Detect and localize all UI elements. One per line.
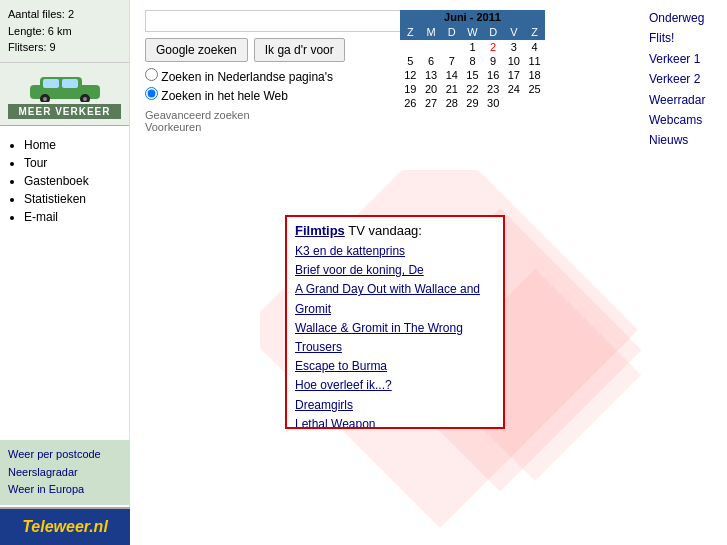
right-sidebar: Onderweg Flits! Verkeer 1 Verkeer 2 Weer… bbox=[645, 0, 727, 545]
cal-header-z1: Z bbox=[400, 24, 421, 40]
film-item[interactable]: Lethal Weapon bbox=[295, 415, 495, 427]
teleweer-logo[interactable]: Teleweer.nl bbox=[0, 507, 130, 545]
bottom-links: Weer per postcode Neerslagradar Weer in … bbox=[0, 440, 130, 505]
neerslagradar-link[interactable]: Neerslagradar bbox=[8, 464, 122, 482]
svg-point-7 bbox=[83, 97, 87, 101]
svg-rect-3 bbox=[62, 79, 78, 88]
cal-header-z2: Z bbox=[524, 24, 545, 40]
traffic-info: Aantal files: 2 Lengte: 6 km Flitsers: 9 bbox=[0, 0, 129, 63]
cal-row-3: 12 13 14 15 16 17 18 bbox=[400, 68, 545, 82]
nav-item-tour[interactable]: Tour bbox=[24, 156, 121, 170]
weer-postcode-link[interactable]: Weer per postcode bbox=[8, 446, 122, 464]
cal-header-m: M bbox=[421, 24, 442, 40]
flitsers-label: Flitsers: 9 bbox=[8, 39, 121, 56]
calendar-month-label: Juni - 2011 bbox=[400, 10, 545, 24]
filmtips-subtitle: TV vandaag: bbox=[348, 223, 422, 238]
cal-header-w: W bbox=[462, 24, 483, 40]
meer-verkeer-button[interactable]: MEER VERKEER bbox=[8, 104, 121, 119]
film-item[interactable]: Brief voor de koning, De bbox=[295, 261, 495, 280]
radio-nl[interactable] bbox=[145, 68, 158, 81]
right-link-nieuws[interactable]: Nieuws bbox=[649, 130, 723, 150]
cal-header-v: V bbox=[504, 24, 525, 40]
nav-item-home[interactable]: Home bbox=[24, 138, 121, 152]
film-item[interactable]: Escape to Burma bbox=[295, 357, 495, 376]
right-link-flits[interactable]: Flits! bbox=[649, 28, 723, 48]
right-link-webcams[interactable]: Webcams bbox=[649, 110, 723, 130]
right-link-verkeer2[interactable]: Verkeer 2 bbox=[649, 69, 723, 89]
right-link-verkeer1[interactable]: Verkeer 1 bbox=[649, 49, 723, 69]
car-icon bbox=[25, 67, 105, 102]
files-label: Aantal files: 2 bbox=[8, 6, 121, 23]
left-sidebar: Aantal files: 2 Lengte: 6 km Flitsers: 9… bbox=[0, 0, 130, 545]
search-area: Google zoeken Ik ga d'r voor Zoeken in N… bbox=[130, 0, 630, 143]
car-icon-area: MEER VERKEER bbox=[0, 63, 129, 126]
main-content: Google zoeken Ik ga d'r voor Zoeken in N… bbox=[130, 0, 630, 545]
nav-item-gastenboek[interactable]: Gastenboek bbox=[24, 174, 121, 188]
cal-row-5: 26 27 28 29 30 bbox=[400, 96, 545, 110]
svg-point-5 bbox=[43, 97, 47, 101]
film-item[interactable]: K3 en de kattenprins bbox=[295, 242, 495, 261]
advanced-search-link[interactable]: Geavanceerd zoeken bbox=[145, 109, 615, 121]
weer-europa-link[interactable]: Weer in Europa bbox=[8, 481, 122, 499]
calendar-headers: Z M D W D V Z bbox=[400, 24, 545, 40]
calendar-area: Juni - 2011 Z M D W D V Z 1 2 3 4 5 bbox=[400, 10, 545, 110]
nav-menu: Home Tour Gastenboek Statistieken E-mail bbox=[0, 126, 129, 240]
right-link-weerradar[interactable]: Weerradar bbox=[649, 90, 723, 110]
radio-web[interactable] bbox=[145, 87, 158, 100]
filmtips-title-link[interactable]: Filmtips bbox=[295, 223, 345, 238]
film-item[interactable]: A Grand Day Out with Wallace and Gromit bbox=[295, 280, 495, 318]
film-item[interactable]: Hoe overleef ik...? bbox=[295, 376, 495, 395]
nav-item-email[interactable]: E-mail bbox=[24, 210, 121, 224]
advanced-links: Geavanceerd zoeken Voorkeuren bbox=[145, 109, 615, 133]
google-search-button[interactable]: Google zoeken bbox=[145, 38, 248, 62]
cal-header-d2: D bbox=[483, 24, 504, 40]
lucky-button[interactable]: Ik ga d'r voor bbox=[254, 38, 345, 62]
svg-rect-2 bbox=[43, 79, 59, 88]
filmtips-box: Filmtips TV vandaag: K3 en de kattenprin… bbox=[285, 215, 505, 429]
right-link-onderweg[interactable]: Onderweg bbox=[649, 8, 723, 28]
film-item[interactable]: Dreamgirls bbox=[295, 396, 495, 415]
filmtips-content[interactable]: K3 en de kattenprins Brief voor de konin… bbox=[287, 242, 503, 427]
preferences-link[interactable]: Voorkeuren bbox=[145, 121, 615, 133]
search-input[interactable] bbox=[145, 10, 425, 32]
nav-item-statistieken[interactable]: Statistieken bbox=[24, 192, 121, 206]
filmtips-header: Filmtips TV vandaag: bbox=[287, 217, 503, 242]
cal-row-1: 1 2 3 4 bbox=[400, 40, 545, 54]
cal-row-4: 19 20 21 22 23 24 25 bbox=[400, 82, 545, 96]
calendar-table: Juni - 2011 Z M D W D V Z 1 2 3 4 5 bbox=[400, 10, 545, 110]
filmtips-section: Filmtips TV vandaag: K3 en de kattenprin… bbox=[285, 215, 505, 429]
film-item[interactable]: Wallace & Gromit in The Wrong Trousers bbox=[295, 319, 495, 357]
cal-header-d1: D bbox=[441, 24, 462, 40]
cal-row-2: 5 6 7 8 9 10 11 bbox=[400, 54, 545, 68]
length-label: Lengte: 6 km bbox=[8, 23, 121, 40]
